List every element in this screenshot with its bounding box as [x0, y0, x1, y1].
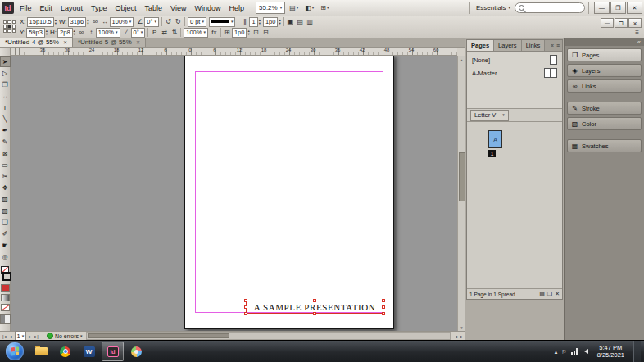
- view-options-button[interactable]: ▤ ▾: [287, 2, 301, 14]
- rotate-ccw-button[interactable]: ↺: [165, 18, 172, 26]
- x-input[interactable]: 15p10.5: [27, 17, 54, 27]
- text-wrap-none-button[interactable]: ▣: [287, 18, 294, 26]
- constrain-proportions-link-icon[interactable]: ∞: [78, 29, 85, 37]
- gradient-feather-tool[interactable]: ▨: [0, 205, 11, 216]
- control-panel-menu-icon[interactable]: ≡: [635, 29, 639, 36]
- show-hidden-icons-button[interactable]: ▴: [555, 349, 558, 355]
- dock-button-layers[interactable]: ◈ Layers: [567, 64, 642, 77]
- frame-handle-se[interactable]: [382, 312, 385, 315]
- document-close-button[interactable]: ✕: [628, 18, 642, 28]
- selection-tool[interactable]: ➤: [0, 56, 11, 67]
- next-page-button[interactable]: ▸: [28, 333, 32, 339]
- new-page-button[interactable]: ❏: [547, 291, 552, 297]
- frame-handle-n[interactable]: [313, 299, 316, 302]
- page-1-number-badge[interactable]: 1: [488, 150, 496, 157]
- x-spinner[interactable]: ▴▾: [55, 19, 57, 25]
- opacity-dropdown[interactable]: 100% ▾: [184, 28, 208, 38]
- frame-handle-s[interactable]: [313, 312, 316, 315]
- flip-horizontal-button[interactable]: ⇄: [161, 29, 168, 37]
- search-input[interactable]: [527, 3, 579, 12]
- edit-page-size-button[interactable]: ▤: [539, 291, 545, 297]
- gutter-spinner[interactable]: ▴▾: [247, 29, 249, 35]
- zoom-tool[interactable]: ◎: [0, 251, 11, 262]
- text-wrap-jump-button[interactable]: ▥: [306, 18, 314, 26]
- menu-window[interactable]: Window: [190, 2, 224, 14]
- stroke-weight-dropdown[interactable]: 0 pt ▾: [188, 17, 206, 27]
- taskbar-word-button[interactable]: W: [78, 342, 100, 361]
- columns-spinner[interactable]: ▴▾: [259, 19, 261, 25]
- pages-panel-tab-pages[interactable]: Pages: [467, 40, 494, 51]
- y-spinner[interactable]: ▴▾: [46, 29, 48, 35]
- gutter-input[interactable]: 1p0: [232, 28, 247, 38]
- hand-tool[interactable]: ☛: [0, 239, 11, 251]
- reference-point-proxy[interactable]: [3, 20, 16, 33]
- width-input[interactable]: 31p6: [68, 17, 87, 27]
- y-input[interactable]: 59p3: [26, 28, 45, 38]
- vertical-scrollbar[interactable]: ▴ ▾: [457, 56, 465, 331]
- gradient-swatch-tool[interactable]: ▧: [0, 193, 11, 205]
- page-size-dropdown[interactable]: Letter V ▾: [470, 110, 509, 121]
- direct-selection-tool[interactable]: ▷: [0, 67, 11, 79]
- master-item-a-master[interactable]: A-Master: [467, 66, 562, 79]
- corner-size-input[interactable]: 1p0: [263, 17, 279, 27]
- network-icon[interactable]: [571, 348, 578, 355]
- pencil-tool[interactable]: ✎: [0, 136, 11, 147]
- menu-type[interactable]: Type: [87, 2, 111, 14]
- width-spinner[interactable]: ▴▾: [87, 19, 88, 25]
- horizontal-scrollbar[interactable]: [86, 332, 451, 340]
- constrain-proportions-link-icon[interactable]: ∞: [92, 18, 99, 26]
- scroll-down-arrow[interactable]: ▾: [458, 324, 465, 331]
- document-restore-button[interactable]: ❐: [615, 18, 628, 28]
- page-title-text[interactable]: A SAMPLE PRESENTATION: [254, 302, 376, 312]
- menu-file[interactable]: File: [16, 2, 36, 14]
- first-page-button[interactable]: |◂: [2, 333, 7, 339]
- frame-handle-sw[interactable]: [244, 312, 247, 315]
- scale-y-dropdown[interactable]: 100% ▾: [96, 28, 120, 38]
- collapse-dock-icon[interactable]: «: [637, 39, 641, 45]
- rotate-cw-button[interactable]: ↻: [175, 18, 182, 26]
- last-page-button[interactable]: ▸|: [34, 333, 39, 339]
- menu-help[interactable]: Help: [224, 2, 248, 14]
- search-box[interactable]: [515, 2, 585, 13]
- corner-size-spinner[interactable]: ▴▾: [279, 19, 280, 25]
- scroll-left-arrow[interactable]: ◂: [454, 333, 458, 339]
- preflight-status-text[interactable]: No errors: [55, 333, 79, 339]
- shear-dropdown[interactable]: 0° ▾: [131, 28, 146, 38]
- frame-handle-ne[interactable]: [382, 299, 385, 302]
- pages-panel-tab-layers[interactable]: Layers: [494, 40, 522, 51]
- taskbar-paint-button[interactable]: [125, 342, 147, 361]
- pages-panel-menu-icon[interactable]: ≡: [556, 43, 560, 48]
- taskbar-indesign-button[interactable]: Id: [102, 342, 124, 361]
- dock-button-stroke[interactable]: ✎ Stroke: [567, 102, 642, 115]
- taskbar-explorer-button[interactable]: [30, 342, 52, 361]
- menu-view[interactable]: View: [166, 2, 190, 14]
- menu-layout[interactable]: Layout: [57, 2, 87, 14]
- document-tab-untitled-4[interactable]: *Untitled-4 @ 55% ✕: [0, 38, 73, 47]
- columns-input[interactable]: 1: [249, 17, 257, 27]
- gap-tool[interactable]: ↔: [0, 90, 11, 102]
- menu-table[interactable]: Table: [141, 2, 167, 14]
- tab-close-icon[interactable]: ✕: [63, 39, 67, 45]
- restore-button[interactable]: ❐: [610, 2, 626, 14]
- apply-gradient-button[interactable]: [1, 294, 10, 301]
- scale-x-dropdown[interactable]: 100% ▾: [110, 17, 134, 27]
- scissors-tool[interactable]: ✂: [0, 170, 11, 182]
- tab-close-icon[interactable]: ✕: [136, 39, 140, 45]
- type-tool[interactable]: T: [0, 102, 11, 113]
- document-page[interactable]: A SAMPLE PRESENTATION: [184, 56, 394, 329]
- menu-object[interactable]: Object: [111, 2, 141, 14]
- volume-icon[interactable]: [582, 349, 588, 354]
- selected-text-frame[interactable]: A SAMPLE PRESENTATION: [246, 301, 383, 314]
- action-center-flag-icon[interactable]: ⚐: [561, 349, 566, 355]
- effects-fx-button[interactable]: fx: [211, 29, 218, 37]
- workspace-switcher[interactable]: Essentials ▾: [474, 4, 513, 11]
- pen-tool[interactable]: ✒: [0, 124, 11, 136]
- apply-none-button[interactable]: [1, 304, 10, 311]
- show-desktop-button[interactable]: [633, 341, 641, 362]
- menu-edit[interactable]: Edit: [36, 2, 57, 14]
- height-spinner[interactable]: ▴▾: [74, 29, 75, 35]
- screen-mode-toggle[interactable]: [0, 314, 11, 324]
- zoom-level-dropdown[interactable]: 55.2% ▾: [256, 2, 285, 14]
- dock-button-pages[interactable]: ❐ Pages: [567, 48, 642, 61]
- free-transform-tool[interactable]: ✥: [0, 182, 11, 193]
